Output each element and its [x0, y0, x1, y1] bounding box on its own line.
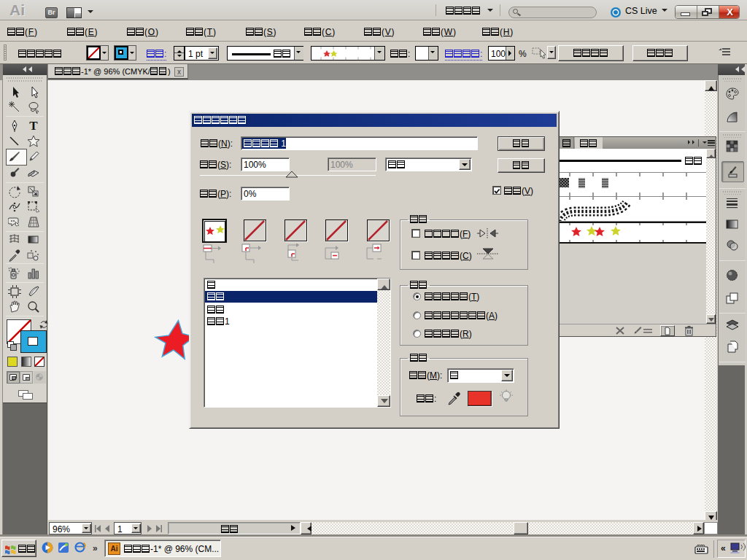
svg-text:T: T: [29, 120, 38, 133]
